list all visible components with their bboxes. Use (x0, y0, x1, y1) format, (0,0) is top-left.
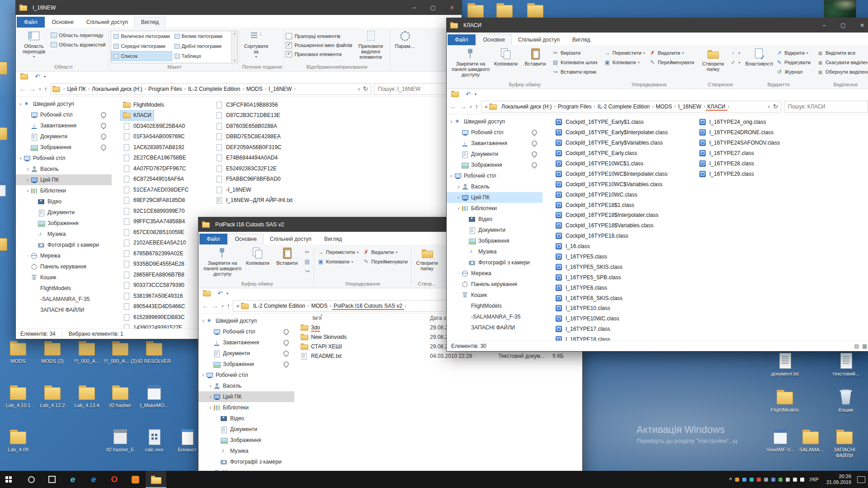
maximize-button[interactable]: ▢ (424, 0, 443, 15)
file-row[interactable]: F5ABBC96F8BFBAD0 (213, 174, 283, 185)
layout-option[interactable]: Середні піктограми (111, 41, 172, 51)
sidebar-item[interactable]: Зображення (198, 435, 294, 446)
file-row[interactable]: 51CEA7AED038DEFC (120, 184, 191, 195)
file-row[interactable]: 8905443ED4D5466C (120, 301, 188, 312)
tab-view[interactable]: Вигляд (134, 17, 165, 28)
desktop-icon[interactable] (0, 59, 16, 77)
breadcrumb-label[interactable]: MODS (654, 103, 674, 110)
delete-button[interactable]: Видалити▾ (648, 48, 695, 57)
address-dropdown-button[interactable]: ∨ (768, 104, 771, 109)
file-row[interactable]: CockpitI_16TYPE10WC$Interpolater.class (552, 169, 670, 179)
copy-button[interactable]: Копіювати (492, 46, 520, 81)
recent-locations-button[interactable]: ∨ (221, 304, 224, 308)
file-row[interactable]: I_16TYPE24_orig.class (696, 117, 769, 127)
tab-home[interactable]: Основне (46, 17, 80, 28)
sidebar-item[interactable]: ∨ Швидкий доступ (447, 116, 542, 127)
file-row[interactable]: DBBD7E5C8E4288EA (213, 131, 283, 142)
sidebar-item[interactable]: › Мережа (447, 268, 542, 279)
up-button[interactable]: ↑ (227, 302, 231, 310)
sidebar-item[interactable]: ∨ Швидкий доступ (198, 315, 294, 326)
sidebar-item[interactable]: ∨ Швидкий доступ (16, 99, 112, 109)
new-item-button[interactable]: ▾ (728, 48, 741, 57)
sidebar-item[interactable]: Робочий стіл (447, 127, 542, 138)
file-row[interactable]: CockpitI_16TYPE_Early$Variables.class (552, 138, 665, 148)
file-row[interactable]: README.txt 04.03.2010 22:28 Текстовий до… (294, 351, 582, 361)
sidebar-item[interactable]: Кошик (16, 272, 112, 283)
view-checkbox[interactable]: Приховані елементи (286, 50, 352, 58)
options-button[interactable]: Парам... (392, 28, 417, 64)
recent-locations-button[interactable]: ∨ (38, 87, 42, 91)
breadcrumb-label[interactable]: Цей ПК (65, 86, 87, 92)
sidebar-item[interactable]: ЗАПАСНІ ФАЙЛИ (447, 322, 542, 333)
layout-option[interactable]: Таблиця (172, 51, 232, 61)
back-button[interactable]: ← (19, 85, 26, 93)
tab-share[interactable]: Спільний доступ (264, 234, 318, 244)
sidebar-item[interactable]: Фотографії з камери (447, 257, 542, 268)
breadcrumb-overflow-icon[interactable]: « (483, 103, 489, 110)
sidebar-item[interactable]: ∨ Бібліотеки (16, 185, 112, 196)
file-row[interactable]: CockpitI_16TYPE18$Variables.class (552, 221, 656, 231)
cut-button[interactable]: Вирізати (551, 48, 599, 57)
invert-selection-button[interactable]: Обернути виділення (816, 67, 868, 76)
easy-access-button[interactable]: ▾ (728, 58, 741, 67)
tab-share[interactable]: Спільний доступ (80, 17, 134, 28)
breadcrumb-label[interactable]: IL-2 Complete Edition (186, 86, 242, 92)
chevron-icon[interactable]: ∨ (25, 178, 31, 182)
breadcrumb-segment[interactable]: MODS › (654, 103, 676, 110)
file-row[interactable]: I_16TYPE10WC.class (552, 314, 622, 324)
new-folder-button[interactable]: Створити папку (699, 46, 727, 81)
qat-folder-icon[interactable] (203, 290, 211, 296)
sidebar-item[interactable]: ЗАПАСНІ ФАЙЛИ (16, 305, 112, 315)
file-row[interactable]: I_16TYPE10.class (552, 303, 613, 314)
desktop-photo-thumbnail[interactable] (824, 0, 856, 19)
sidebar-item[interactable]: Документи (447, 149, 542, 160)
breadcrumb-label[interactable]: Локальний диск (H:) (90, 86, 144, 92)
file-row[interactable]: -I_16NEW (213, 184, 254, 195)
hidden-icons-button[interactable]: ^ (729, 477, 732, 482)
file-row[interactable]: I_16TYPE29.class (696, 169, 757, 179)
file-row[interactable]: DEF2059A56B0F319C (213, 142, 284, 153)
sidebar-item[interactable]: Відео (447, 214, 542, 225)
sidebar-item[interactable]: Документи (198, 424, 294, 435)
forward-button[interactable]: → (29, 85, 36, 93)
layout-option[interactable]: Дрібні піктограми (172, 41, 232, 51)
breadcrumb-overflow-icon[interactable]: « (235, 303, 241, 309)
file-row[interactable]: 2E27CBEA196758BE (120, 153, 189, 164)
file-row[interactable]: CockpitI_16TYPE18.class (552, 231, 631, 241)
file-row[interactable]: E74B6844494A0AD4 (213, 153, 280, 164)
qat-customize-button[interactable]: ▾ (44, 75, 46, 79)
chevron-icon[interactable]: › (25, 254, 31, 258)
address-bar[interactable]: › Цей ПК › Локальний диск (H:) › Program… (50, 83, 371, 95)
sidebar-item[interactable]: ∨ Робочий стіл (447, 170, 542, 181)
sidebar-item[interactable]: ∨ Василь (447, 181, 542, 192)
copy-to-button[interactable]: Копіювати▾ (316, 257, 360, 266)
tab-home[interactable]: Основне (476, 34, 512, 45)
breadcrumb-label[interactable]: IL-2 Complete Edition (251, 303, 307, 309)
chevron-icon[interactable]: ∨ (448, 120, 454, 124)
file-row[interactable]: CockpitI_16TYPE_Early$1.class (552, 117, 646, 127)
breadcrumb-segment[interactable]: Локальний диск (H:) › (500, 103, 556, 110)
column-header[interactable]: Ім'я (312, 315, 321, 321)
chevron-icon[interactable]: ∨ (456, 185, 462, 189)
recent-locations-button[interactable]: ∨ (469, 104, 472, 109)
layout-option[interactable]: Список (111, 51, 172, 61)
file-row[interactable]: D87603E658B0288A (213, 121, 280, 131)
tray-icon[interactable] (778, 478, 783, 482)
file-row[interactable]: 0D3402E69E25B4A0 (120, 121, 188, 131)
sidebar-item[interactable]: -SALAMANRA_F-35 (16, 294, 112, 305)
breadcrumb-label[interactable]: I_16NEW (267, 86, 293, 92)
desktop-icon[interactable]: Il2 RESOLVER (137, 340, 171, 364)
cortana-search-button[interactable] (21, 471, 42, 488)
checkbox-box[interactable] (286, 33, 292, 39)
search-input[interactable] (787, 103, 865, 110)
move-to-button[interactable]: Перемістити▾ (603, 48, 646, 57)
file-row[interactable]: 143902249391527E (120, 323, 185, 329)
file-row[interactable]: I_16TYPE6_SKIS.class (552, 293, 625, 303)
desktop-icon[interactable]: Lab_4.13.4 (70, 384, 104, 408)
paste-button[interactable]: Вставити (521, 46, 549, 81)
sidebar-item[interactable]: Документи (16, 207, 112, 218)
navigation-pane-button[interactable]: Область переходів▾ (20, 28, 48, 64)
close-button[interactable]: ✕ (443, 0, 462, 15)
sidebar-item[interactable]: Завантаження (198, 337, 294, 348)
file-row[interactable]: CockpitI_16TYPE10WC$Variables.class (552, 179, 665, 189)
